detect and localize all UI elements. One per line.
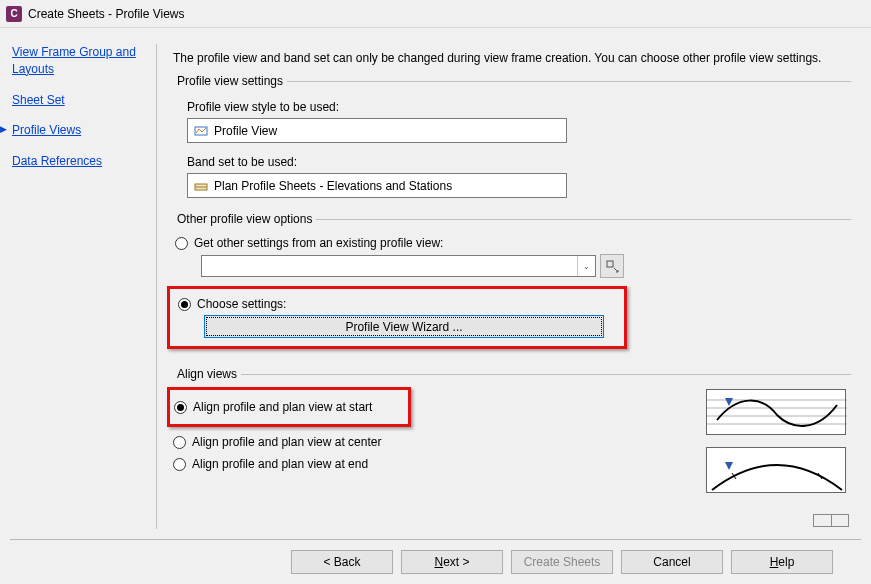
profile-view-wizard-button[interactable]: Profile View Wizard ... — [204, 315, 604, 338]
help-button[interactable]: Help — [731, 550, 833, 574]
radio-choose-settings-circle — [178, 298, 191, 311]
style-label: Profile view style to be used: — [187, 100, 851, 114]
radio-choose-settings-label: Choose settings: — [197, 297, 286, 311]
align-views-legend: Align views — [173, 367, 241, 381]
picker-icon — [605, 259, 619, 273]
align-views-group: Align views Align profile and plan view … — [173, 367, 851, 513]
profile-view-settings-legend: Profile view settings — [173, 74, 287, 88]
pick-existing-button[interactable] — [600, 254, 624, 278]
dialog-body: View Frame Group and Layouts Sheet Set P… — [0, 28, 871, 533]
align-preview-column — [706, 387, 851, 505]
band-set-label: Band set to be used: — [187, 155, 851, 169]
profile-view-style-value: Profile View — [214, 124, 277, 138]
wizard-steps-sidebar: View Frame Group and Layouts Sheet Set P… — [12, 44, 157, 529]
radio-get-existing-label: Get other settings from an existing prof… — [194, 236, 443, 250]
radio-get-existing[interactable]: Get other settings from an existing prof… — [175, 236, 851, 250]
create-sheets-button[interactable]: Create Sheets — [511, 550, 613, 574]
radio-align-center-label: Align profile and plan view at center — [192, 435, 381, 449]
existing-view-combo-text — [202, 256, 577, 276]
existing-view-combo[interactable]: ⌄ — [201, 255, 596, 277]
footer-divider — [10, 539, 861, 540]
other-options-group: Other profile view options Get other set… — [173, 212, 851, 363]
cancel-button[interactable]: Cancel — [621, 550, 723, 574]
radio-get-existing-circle — [175, 237, 188, 250]
existing-view-combo-row: ⌄ — [201, 254, 851, 278]
profile-view-wizard-label: Profile View Wizard ... — [345, 320, 462, 334]
highlight-box-choose-settings: Choose settings: Profile View Wizard ... — [167, 286, 627, 349]
pager-prev[interactable] — [813, 514, 831, 527]
back-button[interactable]: < Back — [291, 550, 393, 574]
svg-rect-3 — [607, 261, 613, 267]
radio-choose-settings[interactable]: Choose settings: — [178, 297, 618, 311]
radio-align-start[interactable]: Align profile and plan view at start — [174, 400, 372, 414]
chevron-down-icon[interactable]: ⌄ — [577, 256, 595, 276]
band-set-icon — [194, 179, 208, 193]
step-view-frame-group[interactable]: View Frame Group and Layouts — [12, 44, 148, 78]
intro-text: The profile view and band set can only b… — [173, 50, 851, 66]
pager — [813, 514, 849, 527]
radio-align-end[interactable]: Align profile and plan view at end — [173, 457, 686, 471]
radio-align-start-circle — [174, 401, 187, 414]
align-preview-plan — [706, 447, 846, 493]
other-options-legend: Other profile view options — [173, 212, 316, 226]
highlight-box-align-start: Align profile and plan view at start — [167, 387, 411, 427]
next-button[interactable]: Next > — [401, 550, 503, 574]
app-icon: C — [6, 6, 22, 22]
radio-align-end-label: Align profile and plan view at end — [192, 457, 368, 471]
align-radio-column: Align profile and plan view at start Ali… — [173, 387, 686, 505]
step-profile-views[interactable]: Profile Views — [12, 122, 148, 139]
titlebar: C Create Sheets - Profile Views — [0, 0, 871, 28]
main-panel: The profile view and band set can only b… — [157, 44, 859, 529]
step-sheet-set[interactable]: Sheet Set — [12, 92, 148, 109]
band-set-value: Plan Profile Sheets - Elevations and Sta… — [214, 179, 452, 193]
radio-align-center-circle — [173, 436, 186, 449]
step-data-references[interactable]: Data References — [12, 153, 148, 170]
radio-align-start-label: Align profile and plan view at start — [193, 400, 372, 414]
wizard-window: C Create Sheets - Profile Views View Fra… — [0, 0, 871, 584]
radio-align-end-circle — [173, 458, 186, 471]
footer: < Back Next > Create Sheets Cancel Help — [0, 533, 871, 584]
profile-view-settings-group: Profile view settings Profile view style… — [173, 74, 851, 206]
align-preview-profile — [706, 389, 846, 435]
pager-next[interactable] — [831, 514, 849, 527]
profile-view-style-icon — [194, 124, 208, 138]
radio-align-center[interactable]: Align profile and plan view at center — [173, 435, 686, 449]
window-title: Create Sheets - Profile Views — [28, 7, 185, 21]
band-set-field: Plan Profile Sheets - Elevations and Sta… — [187, 173, 567, 198]
footer-buttons: < Back Next > Create Sheets Cancel Help — [10, 550, 861, 574]
profile-view-style-field: Profile View — [187, 118, 567, 143]
